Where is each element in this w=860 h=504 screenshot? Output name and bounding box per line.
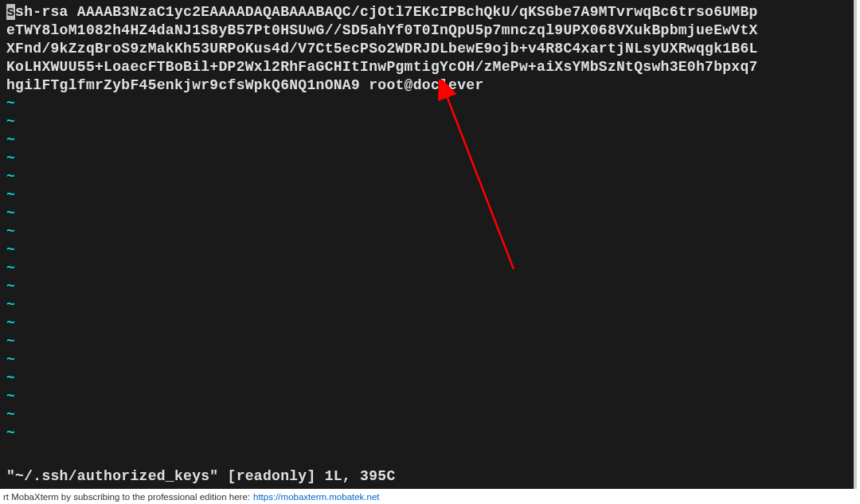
vim-tilde: ~ — [6, 114, 15, 130]
vim-tilde: ~ — [6, 279, 15, 295]
footer-bar: rt MobaXterm by subscribing to the profe… — [0, 489, 860, 504]
ssh-key-line4: KoLHXWUU55+LoaecFTBoBil+DP2Wxl2RhFaGCHIt… — [6, 59, 758, 75]
vim-status-line: "~/.ssh/authorized_keys" [readonly] 1L, … — [6, 468, 395, 484]
editor-content: ssh-rsa AAAAB3NzaC1yc2EAAAADAQABAAABAQC/… — [0, 0, 854, 446]
vim-tilde: ~ — [6, 169, 15, 185]
vim-tilde: ~ — [6, 407, 15, 423]
footer-text: rt MobaXterm by subscribing to the profe… — [3, 492, 250, 502]
vim-tilde: ~ — [6, 370, 15, 386]
vim-tilde: ~ — [6, 334, 15, 350]
vim-tilde: ~ — [6, 224, 15, 240]
cursor: s — [6, 4, 15, 20]
vim-tilde: ~ — [6, 96, 15, 111]
ssh-key-line1: sh-rsa AAAAB3NzaC1yc2EAAAADAQABAAABAQC/c… — [15, 4, 758, 20]
vim-tilde: ~ — [6, 132, 15, 148]
ssh-key-line2: eTWY8loM1082h4HZ4daNJ1S8yB57Pt0HSUwG//SD… — [6, 22, 758, 38]
vim-tilde: ~ — [6, 315, 15, 331]
vim-tilde: ~ — [6, 297, 15, 313]
vim-tilde: ~ — [6, 352, 15, 368]
vim-tilde: ~ — [6, 260, 15, 276]
vim-tilde: ~ — [6, 425, 15, 441]
footer-link[interactable]: https://mobaxterm.mobatek.net — [253, 492, 380, 502]
vim-tilde: ~ — [6, 205, 15, 221]
vim-tilde: ~ — [6, 389, 15, 404]
vim-tilde: ~ — [6, 187, 15, 203]
vim-tilde: ~ — [6, 150, 15, 166]
ssh-key-line5: hgilFTglfmrZybF45enkjwr9cfsWpkQ6NQ1nONA9… — [6, 77, 484, 93]
vim-tilde: ~ — [6, 242, 15, 258]
terminal-window[interactable]: ssh-rsa AAAAB3NzaC1yc2EAAAADAQABAAABAQC/… — [0, 0, 857, 489]
ssh-key-line3: XFnd/9kZzqBroS9zMakKh53URPoKus4d/V7Ct5ec… — [6, 41, 758, 57]
